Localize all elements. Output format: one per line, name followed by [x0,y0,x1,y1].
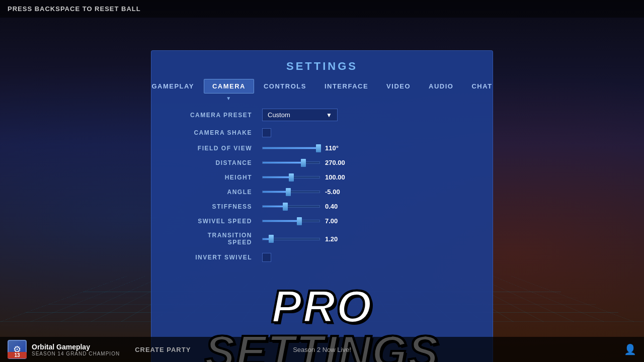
fov-label: FIELD OF VIEW [182,145,262,152]
distance-value: 270.00 [325,159,353,166]
angle-thumb[interactable] [286,188,291,196]
tab-chat[interactable]: CHAT [463,79,501,94]
settings-content: CAMERA PRESET Custom ▼ CAMERA SHAKE FIEL… [151,99,493,274]
swivel-speed-slider[interactable] [262,220,320,222]
camera-shake-label: CAMERA SHAKE [182,129,262,136]
stiffness-control: 0.40 [262,203,462,210]
settings-tabs: GAMEPLAY CAMERA CONTROLS INTERFACE VIDEO… [151,79,493,99]
top-bar-text: PRESS BACKSPACE TO RESET BALL [8,5,141,13]
player-info: ⚙ 13 Orbital Gameplay SEASON 14 GRAND CH… [8,340,120,359]
swivel-speed-thumb[interactable] [297,217,302,225]
stiffness-slider[interactable] [262,205,320,208]
stiffness-row: STIFFNESS 0.40 [182,203,462,210]
player-details: Orbital Gameplay SEASON 14 GRAND CHAMPIO… [32,343,120,356]
tab-audio[interactable]: AUDIO [420,79,462,94]
height-row: HEIGHT 100.00 [182,173,462,181]
create-party-button[interactable]: CREATE PARTY [135,346,191,353]
camera-preset-value: Custom [268,111,290,119]
tab-video[interactable]: VIDEO [378,79,419,94]
camera-preset-label: CAMERA PRESET [182,112,262,119]
height-label: HEIGHT [182,174,262,181]
angle-value: -5.00 [325,188,353,196]
swivel-speed-control: 7.00 [262,217,462,225]
stiffness-label: STIFFNESS [182,203,262,210]
transition-speed-row: TRANSITION SPEED 1.20 [182,232,462,246]
distance-thumb[interactable] [301,159,306,167]
fov-thumb[interactable] [316,144,321,152]
fov-row: FIELD OF VIEW 110° [182,144,462,152]
invert-swivel-control [262,253,462,262]
fov-control: 110° [262,144,462,152]
rank-badge: 13 [8,352,27,358]
stiffness-fill [263,206,285,207]
tab-controls[interactable]: CONTROLS [255,79,315,94]
angle-control: -5.00 [262,188,462,196]
camera-shake-control [262,128,462,137]
swivel-speed-fill [263,220,299,222]
distance-row: DISTANCE 270.00 [182,159,462,166]
height-value: 100.00 [325,173,353,181]
swivel-speed-value: 7.00 [325,217,353,225]
tab-gameplay[interactable]: GAMEPLAY [143,79,202,94]
top-bar: PRESS BACKSPACE TO RESET BALL [0,0,644,18]
transition-speed-control: 1.20 [262,235,462,243]
height-fill [263,176,291,178]
dropdown-arrow-icon: ▼ [326,112,332,119]
player-name: Orbital Gameplay [32,343,120,351]
swivel-speed-label: SWIVEL SPEED [182,218,262,225]
swivel-speed-row: SWIVEL SPEED 7.00 [182,217,462,225]
bottom-bar: ⚙ 13 Orbital Gameplay SEASON 14 GRAND CH… [0,337,644,362]
tab-interface[interactable]: INTERFACE [316,79,377,94]
angle-row: ANGLE -5.00 [182,188,462,196]
camera-preset-control: Custom ▼ [262,109,462,121]
transition-speed-slider[interactable] [262,238,320,240]
angle-label: ANGLE [182,189,262,196]
height-slider[interactable] [262,176,320,178]
distance-label: DISTANCE [182,159,262,166]
invert-swivel-checkbox[interactable] [262,253,271,262]
player-rank: SEASON 14 GRAND CHAMPION [32,351,120,356]
height-control: 100.00 [262,173,462,181]
camera-preset-row: CAMERA PRESET Custom ▼ [182,109,462,121]
transition-speed-thumb[interactable] [269,235,274,243]
camera-preset-dropdown[interactable]: Custom ▼ [262,109,338,121]
stiffness-thumb[interactable] [283,203,288,211]
angle-slider[interactable] [262,191,320,193]
transition-speed-label: TRANSITION SPEED [182,232,262,246]
settings-panel: SETTINGS GAMEPLAY CAMERA CONTROLS INTERF… [151,50,493,362]
invert-swivel-row: INVERT SWIVEL [182,253,462,262]
height-thumb[interactable] [289,173,294,182]
avatar-wrapper: ⚙ 13 [8,340,27,359]
camera-shake-checkbox[interactable] [262,128,271,137]
friends-icon[interactable]: 👤 [624,343,636,355]
distance-control: 270.00 [262,159,462,166]
distance-fill [263,162,303,163]
camera-shake-row: CAMERA SHAKE [182,128,462,137]
fov-slider[interactable] [262,147,320,149]
fov-fill [263,147,318,149]
stiffness-value: 0.40 [325,203,353,210]
settings-title: SETTINGS [151,51,493,79]
tab-camera[interactable]: CAMERA [204,79,254,94]
transition-speed-value: 1.20 [325,235,353,243]
fov-value: 110° [325,144,353,152]
season-live-text: Season 2 Now Live! [293,346,351,353]
distance-slider[interactable] [262,161,320,164]
angle-fill [263,191,288,193]
invert-swivel-label: INVERT SWIVEL [182,254,262,261]
